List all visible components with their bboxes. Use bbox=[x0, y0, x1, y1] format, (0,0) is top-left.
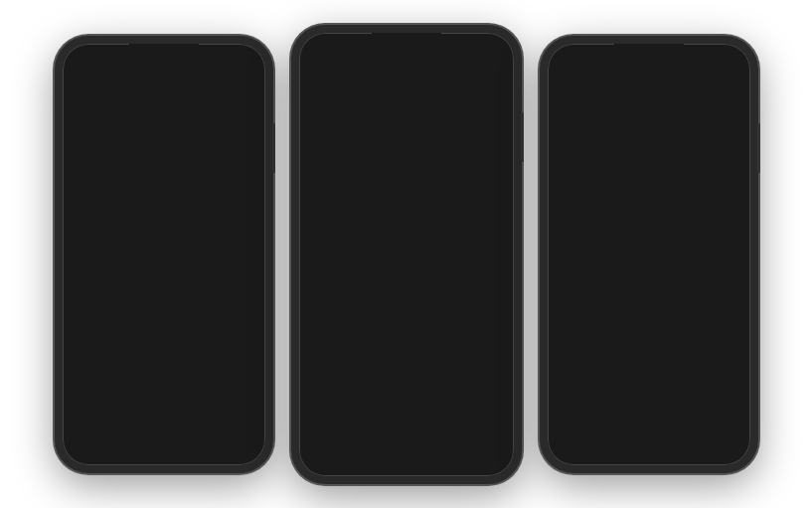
profile-icon-1: 👤 bbox=[228, 432, 247, 451]
avatar-2[interactable] bbox=[476, 159, 506, 189]
time-2: 09:37 bbox=[315, 48, 340, 58]
comment-icon-2: 💬 bbox=[477, 255, 505, 283]
share-icon-1: ↗ bbox=[229, 297, 256, 325]
user-info-1: @linaafox Moi tt l'es lundi matin devant… bbox=[73, 358, 221, 411]
share-icon-3: ↗ bbox=[714, 297, 741, 325]
time-3: 9:46 bbox=[564, 59, 582, 69]
share-item-2[interactable]: ↗ 1621 bbox=[477, 308, 505, 347]
caption-1: Moi tt l'es lundi matin devant le mirror… bbox=[73, 370, 221, 390]
likes-count-3: 532.9k bbox=[715, 222, 738, 231]
tiktok-watermark-2: ♪ bbox=[484, 395, 504, 415]
nav-tabs-1: Following For You bbox=[63, 76, 265, 89]
nav-search-3[interactable]: 🔍 bbox=[591, 432, 611, 451]
heart-icon-3: ♥ bbox=[714, 192, 741, 220]
tab-for-you-2[interactable]: For You bbox=[417, 65, 454, 79]
likes-count-1: 16.3k bbox=[233, 222, 252, 231]
add-button-2[interactable]: + bbox=[387, 440, 414, 464]
share-count-3: 4913 bbox=[719, 327, 736, 336]
comment-icon-3: 💬 bbox=[714, 245, 741, 272]
follow-button-2[interactable]: + bbox=[485, 378, 497, 390]
share-count-1: 168 bbox=[236, 327, 248, 336]
bottom-nav-3: ⌂ 🔍 + 💬 👤 bbox=[548, 418, 750, 465]
nav-profile-1[interactable]: 👤 bbox=[228, 432, 247, 451]
comments-count-1: 287 bbox=[236, 274, 248, 283]
duet-avatar-2 bbox=[474, 63, 502, 90]
comment-item-3[interactable]: 💬 1774 bbox=[714, 245, 741, 283]
hashtags-2: #bratz #makeup #bratxchallenge bbox=[309, 392, 469, 401]
add-button-3[interactable]: + bbox=[629, 429, 657, 453]
inbox-icon-1: 💬 bbox=[190, 432, 210, 451]
username-3: @ilonaain bbox=[558, 368, 706, 378]
username-2: @fabiantc bbox=[309, 380, 469, 390]
see-translation-1[interactable]: SEE TRANSLATION bbox=[73, 392, 221, 399]
comment-item-2[interactable]: 💬 962 bbox=[477, 255, 505, 294]
like-item-2[interactable]: ♥ 134.7k bbox=[477, 203, 505, 242]
tiktok-watermark-3: ♪ bbox=[721, 386, 740, 406]
comment-item-1[interactable]: 💬 287 bbox=[229, 245, 256, 283]
share-item-1[interactable]: ↗ 168 bbox=[229, 297, 256, 336]
tiktok-logo-3: ♪ bbox=[721, 386, 740, 406]
search-icon-1: 🔍 bbox=[106, 432, 126, 451]
phone-2: 09:37 ●●● ⬛ 4G 🔋 🔍 Search Following For … bbox=[291, 25, 522, 484]
confetti-8 bbox=[637, 108, 643, 114]
avatar-1[interactable] bbox=[228, 148, 257, 178]
inbox-icon-3: 💬 bbox=[675, 432, 695, 451]
follow-button-1[interactable]: + bbox=[237, 367, 248, 379]
search-icon-2: 🔍 bbox=[347, 443, 367, 462]
nav-inbox-3[interactable]: 💬 bbox=[675, 432, 695, 451]
confetti-5 bbox=[627, 88, 634, 95]
home-icon-2: ⌂ bbox=[317, 443, 327, 461]
tab-following-3[interactable]: Following bbox=[600, 76, 642, 89]
comment-icon-1: 💬 bbox=[229, 245, 256, 272]
nav-home-1[interactable]: ⌂ bbox=[80, 432, 89, 450]
nav-search-1[interactable]: 🔍 bbox=[106, 432, 126, 451]
tiktok-watermark-1: ♪ bbox=[236, 386, 255, 406]
add-button-1[interactable]: + bbox=[144, 429, 172, 453]
sound-row-2: ♪ ♪ und · fabiantc · Original · bbox=[309, 413, 469, 422]
tab-for-you-1[interactable]: For You bbox=[175, 76, 212, 89]
sound-row-1: ♪ ♪ bsbest · Original sound · c bbox=[73, 402, 221, 411]
like-item-3[interactable]: ♥ 532.9k bbox=[714, 192, 741, 231]
phones-container: 9:36 ●●● ⬛ 4G 🔋 🔍 Search Following For Y… bbox=[45, 15, 768, 494]
tab-following-2[interactable]: Following bbox=[358, 65, 400, 79]
nav-add-1[interactable]: + bbox=[144, 429, 172, 453]
sound-text-2: ♪ und · fabiantc · Original · bbox=[316, 414, 397, 421]
like-item-1[interactable]: ♥ 16.3k bbox=[229, 192, 256, 231]
time-1: 9:36 bbox=[79, 59, 97, 69]
nav-home-3[interactable]: ⌂ bbox=[565, 432, 574, 450]
sound-text-3: ♪ Original sound · #soffice bbox=[565, 403, 644, 410]
nav-search-2[interactable]: 🔍 bbox=[347, 443, 367, 462]
phone-1: 9:36 ●●● ⬛ 4G 🔋 🔍 Search Following For Y… bbox=[55, 36, 273, 473]
profile-icon-2: 👤 bbox=[475, 443, 495, 462]
tiktok-logo-1: ♪ bbox=[236, 386, 255, 406]
status-icons-2: ●●● ⬛ 4G 🔋 bbox=[448, 49, 497, 57]
see-translation-2[interactable]: SEE TRANSLATION bbox=[309, 403, 469, 410]
home-icon-3: ⌂ bbox=[565, 432, 574, 450]
nav-add-3[interactable]: + bbox=[629, 429, 657, 453]
nav-profile-2[interactable]: 👤 bbox=[475, 443, 495, 462]
sound-row-3: ♪ ♪ Original sound · #soffice bbox=[558, 402, 706, 411]
profile-icon-3: 👤 bbox=[713, 432, 732, 451]
nav-inbox-2[interactable]: 💬 bbox=[435, 443, 455, 462]
phone-3-screen: 9:46 ●●● ⬛ 4G 🔋 🔍 Search Following For Y… bbox=[548, 44, 750, 465]
share-item-3[interactable]: ↗ 4913 bbox=[714, 297, 741, 336]
tab-following-1[interactable]: Following bbox=[115, 76, 157, 89]
share-count-2: 1621 bbox=[482, 338, 500, 347]
tiktok-logo-2: ♪ bbox=[484, 395, 504, 415]
follow-button-3[interactable]: + bbox=[722, 367, 733, 379]
tab-for-you-3[interactable]: For You bbox=[660, 76, 697, 89]
nav-home-2[interactable]: ⌂ bbox=[317, 443, 327, 461]
status-icons-3: ●●● ⬛ 4G 🔋 bbox=[685, 60, 733, 68]
avatar-item-1: + bbox=[228, 148, 257, 178]
comments-count-2: 962 bbox=[484, 285, 497, 294]
nav-profile-3[interactable]: 👤 bbox=[713, 432, 732, 451]
status-bar-2: 09:37 ●●● ⬛ 4G 🔋 bbox=[299, 43, 514, 63]
nav-inbox-1[interactable]: 💬 bbox=[190, 432, 210, 451]
action-buttons-1: + ♥ 16.3k 💬 287 ↗ 168 bbox=[228, 148, 257, 376]
caption-3: MERCI POUR LE MILLION 💜 pp nos tête #fol… bbox=[558, 380, 706, 400]
heart-icon-2: ♥ bbox=[477, 203, 505, 231]
bottom-nav-2: ⌂ 🔍 + 💬 👤 bbox=[299, 428, 514, 476]
avatar-3[interactable] bbox=[713, 148, 742, 178]
nav-add-2[interactable]: + bbox=[387, 440, 414, 464]
heart-icon-1: ♥ bbox=[229, 192, 256, 220]
